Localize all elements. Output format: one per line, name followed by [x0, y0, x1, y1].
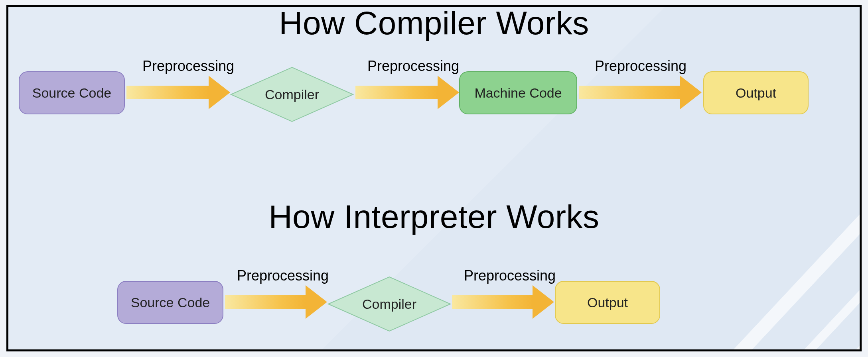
node-compiler-label-2: Compiler — [327, 276, 451, 332]
arrow-compiler-to-output-2: Preprocessing — [452, 284, 554, 320]
arrow-source-to-compiler: Preprocessing — [126, 75, 230, 110]
arrow-label: Preprocessing — [142, 58, 234, 75]
node-compiler: Compiler — [230, 67, 354, 122]
arrow-label: Preprocessing — [237, 267, 329, 284]
node-output: Output — [703, 71, 809, 114]
title-compiler: How Compiler Works — [8, 5, 860, 42]
title-interpreter: How Interpreter Works — [8, 198, 860, 235]
arrow-source-to-compiler-2: Preprocessing — [225, 284, 327, 320]
arrow-label: Preprocessing — [595, 58, 687, 75]
arrow-machine-to-output: Preprocessing — [579, 75, 702, 110]
node-output-2: Output — [555, 281, 660, 324]
node-machine-code: Machine Code — [459, 71, 577, 114]
arrow-label: Preprocessing — [367, 58, 459, 75]
arrow-label: Preprocessing — [464, 267, 556, 284]
node-source-code: Source Code — [19, 71, 125, 114]
arrow-compiler-to-machine: Preprocessing — [355, 75, 459, 110]
diagram-frame: How Compiler Works Source Code Preproces… — [6, 5, 862, 351]
node-source-code-2: Source Code — [117, 281, 223, 324]
node-compiler-label: Compiler — [230, 67, 354, 122]
node-compiler-2: Compiler — [327, 276, 451, 332]
